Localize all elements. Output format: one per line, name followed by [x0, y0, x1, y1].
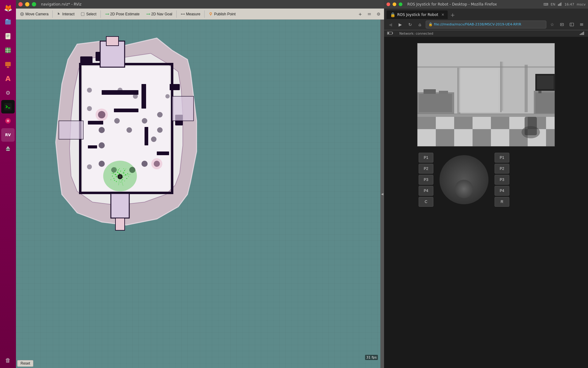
- view-options-button[interactable]: [374, 10, 383, 18]
- back-button[interactable]: ◀: [386, 21, 394, 29]
- p2-right-button[interactable]: P2: [495, 164, 509, 174]
- taskbar-text-editor-icon[interactable]: [1, 29, 15, 43]
- rviz-toolbar: Move Camera Interact Select: [16, 9, 384, 20]
- reload-button[interactable]: ↻: [406, 21, 414, 29]
- url-bar[interactable]: 🔒 file:///media/mscv/F6AB-2338/MSCV-2019…: [426, 21, 546, 29]
- zoom-in-button[interactable]: +: [356, 10, 364, 18]
- svg-rect-171: [535, 92, 555, 113]
- forward-button[interactable]: ▶: [396, 21, 404, 29]
- publish-point-icon: [209, 12, 213, 16]
- firefox-close-button[interactable]: [386, 2, 390, 6]
- svg-rect-120: [172, 96, 194, 121]
- svg-rect-45: [169, 84, 180, 90]
- svg-rect-167: [419, 94, 452, 112]
- firefox-menu-button[interactable]: ≡: [578, 21, 586, 29]
- svg-rect-179: [500, 62, 502, 112]
- measure-button[interactable]: Measure: [178, 10, 203, 18]
- rviz-minimize-button[interactable]: [25, 2, 29, 6]
- svg-point-16: [7, 120, 9, 122]
- taskbar: 🦊 A ⚙: [0, 0, 16, 368]
- sidebar-toggle-button[interactable]: [568, 21, 576, 29]
- c-button[interactable]: C: [419, 197, 433, 207]
- svg-point-72: [133, 94, 138, 99]
- pose-estimate-button[interactable]: 2D Pose Estimate: [102, 10, 142, 18]
- firefox-tabbar: 🔒 ROS Joystick for Robot ✕ +: [384, 9, 588, 19]
- move-camera-button[interactable]: Move Camera: [17, 10, 51, 18]
- svg-rect-157: [491, 129, 509, 146]
- svg-rect-1: [6, 19, 8, 20]
- camera-svg: [417, 43, 555, 146]
- p1-left-button[interactable]: P1: [419, 153, 433, 163]
- reader-mode-button[interactable]: [558, 21, 566, 29]
- p4-left-button[interactable]: P4: [419, 186, 433, 196]
- interact-button[interactable]: Interact: [54, 10, 77, 18]
- svg-point-57: [99, 127, 105, 133]
- taskbar-files-icon[interactable]: [1, 15, 15, 29]
- nav-goal-button[interactable]: 2D Nav Goal: [143, 10, 175, 18]
- map-viewport[interactable]: 31 fps Reset: [16, 20, 380, 368]
- svg-rect-125: [560, 23, 564, 26]
- svg-point-99: [120, 182, 121, 182]
- rviz-close-button[interactable]: [18, 2, 23, 6]
- svg-point-74: [87, 164, 92, 169]
- robot-particles: [103, 161, 137, 191]
- svg-rect-55: [157, 151, 169, 155]
- svg-point-101: [111, 179, 111, 180]
- taskbar-presentation-icon[interactable]: [1, 58, 15, 71]
- reset-button[interactable]: Reset: [17, 360, 33, 367]
- svg-rect-136: [582, 32, 583, 35]
- taskbar-settings-icon[interactable]: ⚙: [1, 86, 15, 99]
- svg-point-100: [124, 181, 125, 181]
- taskbar-terminal-icon[interactable]: [1, 100, 15, 113]
- taskbar-firefox-icon[interactable]: 🦊: [1, 1, 15, 15]
- panel-collapse-handle[interactable]: ◀: [380, 20, 384, 368]
- svg-rect-52: [88, 121, 103, 125]
- view-options-icon: [376, 12, 381, 16]
- select-button[interactable]: Select: [78, 10, 99, 18]
- p1-right-button[interactable]: P1: [495, 153, 509, 163]
- svg-point-103: [113, 173, 114, 174]
- svg-point-85: [123, 172, 124, 174]
- svg-point-58: [99, 142, 105, 148]
- home-button[interactable]: ⌂: [416, 21, 424, 29]
- bookmark-button[interactable]: ☆: [548, 21, 556, 29]
- select-icon: [81, 12, 85, 16]
- p3-right-button[interactable]: P3: [495, 175, 509, 185]
- svg-rect-174: [538, 91, 541, 93]
- svg-point-114: [119, 175, 121, 178]
- svg-point-68: [157, 112, 163, 117]
- svg-rect-176: [525, 117, 537, 135]
- svg-rect-156: [473, 129, 491, 146]
- taskbar-paint-icon[interactable]: [1, 114, 15, 128]
- zoom-out-button[interactable]: [365, 10, 374, 18]
- rviz-maximize-button[interactable]: [32, 2, 36, 6]
- svg-point-106: [128, 176, 129, 177]
- firefox-maximize-button[interactable]: [399, 2, 402, 6]
- svg-rect-180: [417, 66, 555, 68]
- p4-right-button[interactable]: P4: [495, 186, 509, 196]
- svg-rect-0: [5, 20, 11, 25]
- svg-point-92: [112, 176, 113, 177]
- taskbar-rviz-icon[interactable]: RV: [1, 128, 15, 142]
- taskbar-spreadsheet-icon[interactable]: [1, 44, 15, 57]
- p3-left-button[interactable]: P3: [419, 175, 433, 185]
- svg-point-105: [123, 168, 124, 169]
- svg-point-93: [114, 180, 115, 181]
- taskbar-robot-icon[interactable]: [1, 142, 15, 156]
- new-tab-button[interactable]: +: [448, 10, 457, 19]
- publish-point-button[interactable]: Publish Point: [206, 10, 238, 18]
- svg-point-77: [151, 158, 162, 169]
- network-signal-icon: [558, 2, 562, 7]
- r-button[interactable]: R: [495, 197, 509, 207]
- svg-point-59: [99, 161, 105, 167]
- taskbar-trash-icon[interactable]: 🗑: [1, 353, 15, 367]
- firefox-minimize-button[interactable]: [393, 2, 396, 6]
- taskbar-font-icon[interactable]: A: [1, 72, 15, 85]
- active-tab[interactable]: 🔒 ROS Joystick for Robot ✕: [386, 10, 448, 19]
- joystick[interactable]: [439, 155, 488, 204]
- svg-rect-10: [5, 62, 11, 66]
- tab-close-button[interactable]: ✕: [441, 13, 444, 17]
- keyboard-icon: ⌨: [543, 2, 548, 6]
- p2-left-button[interactable]: P2: [419, 164, 433, 174]
- svg-rect-137: [583, 32, 584, 35]
